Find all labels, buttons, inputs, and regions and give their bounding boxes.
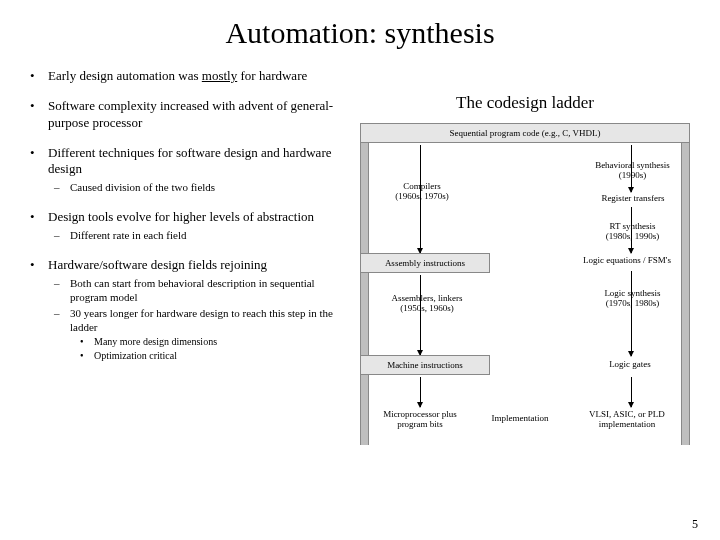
label-vlsi: VLSI, ASIC, or PLD implementation [572, 409, 682, 430]
bullet-4: Design tools evolve for higher levels of… [30, 209, 350, 243]
label-microprocessor: Microprocessor plus program bits [370, 409, 470, 430]
bullet-5-2-2: Optimization critical [80, 350, 350, 363]
bullet-5-1: Both can start from behavioral descripti… [54, 277, 350, 305]
bullet-column: Early design automation was mostly for h… [30, 68, 350, 463]
bullet-5-2-1: Many more design dimensions [80, 336, 350, 349]
bullet-5: Hardware/software design fields rejoinin… [30, 257, 350, 362]
slide-title: Automation: synthesis [30, 16, 690, 50]
label-rt-synthesis: RT synthesis(1980s, 1990s) [585, 221, 680, 242]
label-assemblers: Assemblers, linkers(1950s, 1960s) [382, 293, 472, 314]
bullet-4-1: Different rate in each field [54, 229, 350, 243]
label-logic-equations: Logic equations / FSM's [572, 255, 682, 265]
bullet-3: Different techniques for software design… [30, 145, 350, 195]
label-implementation: Implementation [480, 413, 560, 423]
page-number: 5 [692, 517, 698, 532]
label-logic-gates: Logic gates [590, 359, 670, 369]
label-behavioral-synthesis: Behavioral synthesis(1990s) [585, 160, 680, 181]
rung-machine-instr: Machine instructions [360, 355, 490, 375]
codesign-ladder: Sequential program code (e.g., C, VHDL) … [360, 123, 690, 463]
bullet-3-1: Caused division of the two fields [54, 181, 350, 195]
bullet-5-2: 30 years longer for hardware design to r… [54, 307, 350, 363]
ladder-title: The codesign ladder [360, 93, 690, 113]
bullet-1: Early design automation was mostly for h… [30, 68, 350, 84]
rung-assembly-instr: Assembly instructions [360, 253, 490, 273]
label-compilers: Compilers(1960s, 1970s) [382, 181, 462, 202]
rung-top: Sequential program code (e.g., C, VHDL) [360, 123, 690, 143]
bullet-2: Software complexity increased with adven… [30, 98, 350, 131]
label-logic-synthesis: Logic synthesis(1970s, 1980s) [585, 288, 680, 309]
label-register-transfers: Register transfers [588, 193, 678, 203]
